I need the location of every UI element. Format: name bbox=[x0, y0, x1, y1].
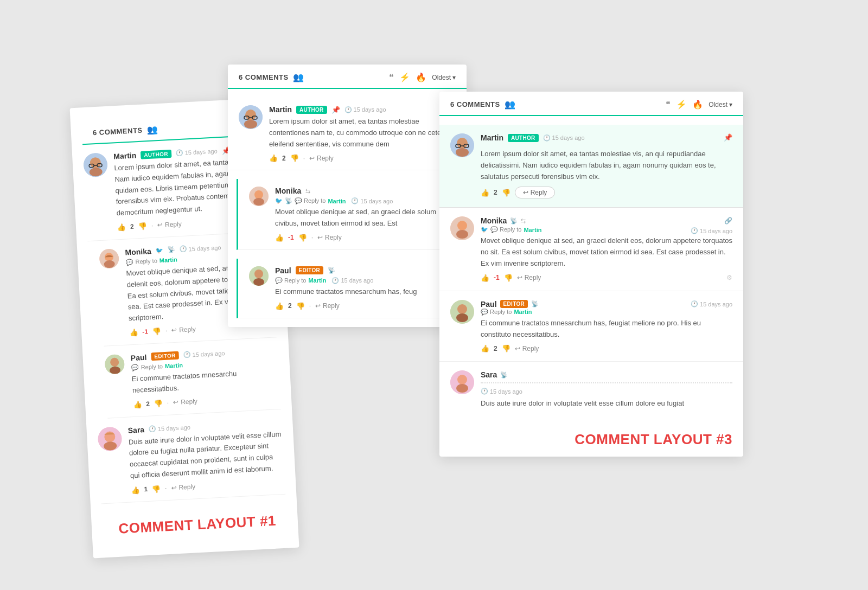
clock-icon-monika-1: 🕐 bbox=[179, 246, 187, 253]
users-icon-3: 👥 bbox=[505, 99, 515, 110]
comment-meta-monika-3: Monika 📡 ⇆ bbox=[481, 216, 526, 225]
header-left-2: 6 COMMENTS 👥 bbox=[239, 72, 304, 82]
downvote-paul-3[interactable]: 👎 bbox=[502, 344, 510, 352]
author-name-sara-1: Sara bbox=[127, 425, 144, 435]
upvote-monika-2[interactable]: 👍 bbox=[275, 234, 284, 242]
reply-btn-martin-1[interactable]: ↩ Reply bbox=[157, 221, 182, 229]
comment-text-paul-3: Ei commune tractatos mnesarchum has, feu… bbox=[481, 318, 732, 341]
reply-to-link-paul-3[interactable]: Martin bbox=[514, 309, 532, 315]
author-name-martin-3: Martin bbox=[481, 133, 503, 142]
reply-icon-monika-1: ↩ bbox=[171, 326, 177, 335]
comment-meta-sara-3: Sara 📡 bbox=[481, 370, 508, 379]
quote-icon-3[interactable]: ❝ bbox=[666, 99, 671, 110]
svg-point-23 bbox=[253, 198, 264, 206]
header-icons-3: ❝ ⚡ 🔥 Oldest ▾ bbox=[666, 99, 732, 110]
header-left-3: 6 COMMENTS 👥 bbox=[450, 99, 515, 110]
reply-btn-monika-1[interactable]: ↩ Reply bbox=[171, 325, 196, 334]
badge-author-2: Author bbox=[296, 106, 327, 114]
sort-dropdown-2[interactable]: Oldest ▾ bbox=[432, 74, 456, 81]
svg-point-32 bbox=[456, 148, 469, 157]
svg-point-35 bbox=[456, 230, 468, 239]
comments-count-1: 6 COMMENTS bbox=[93, 126, 143, 137]
reply-to-paul-3: 💬 Reply to Martin bbox=[481, 309, 732, 316]
reply-btn-paul-1[interactable]: ↩ Reply bbox=[173, 397, 197, 406]
comment-item-martin-2: Martin Author 📌 🕐 15 days ago Lorem ipsu… bbox=[228, 98, 467, 170]
comment-meta-paul-2: Paul Editor 📡 bbox=[275, 266, 456, 275]
reply-btn-martin-3[interactable]: ↩ Reply bbox=[515, 187, 556, 198]
svg-point-20 bbox=[244, 120, 257, 129]
reply-btn-paul-2[interactable]: ↩ Reply bbox=[315, 302, 340, 310]
downvote-martin-3[interactable]: 👎 bbox=[502, 189, 510, 197]
comment-text-paul-2: Ei commune tractatos mnesarchum has, feu… bbox=[275, 286, 456, 298]
comment-item-monika-3: Monika 📡 ⇆ 🔗 🐦 💬 Reply to Martin 🕐 15 da… bbox=[439, 208, 743, 291]
reply-btn-martin-2[interactable]: ↩ Reply bbox=[309, 155, 334, 162]
comment-text-sara-3: Duis aute irure dolor in voluptate velit… bbox=[481, 398, 732, 409]
vote-count-monika-2: -1 bbox=[288, 234, 294, 241]
badge-author-3: Author bbox=[508, 134, 539, 142]
comment-actions-monika-3: 👍 -1 👎 ↩ Reply ⚙ bbox=[481, 274, 732, 282]
comment-body-paul-2: Paul Editor 📡 💬 Reply to Martin 🕐 15 day… bbox=[275, 266, 456, 310]
reply-to-link-paul-2[interactable]: Martin bbox=[308, 277, 326, 284]
lightning-icon-2[interactable]: ⚡ bbox=[399, 72, 410, 82]
users-icon-1: 👥 bbox=[146, 124, 158, 135]
time-paul-1: 🕐 15 days ago bbox=[183, 350, 225, 359]
gear-icon-monika-3[interactable]: ⚙ bbox=[726, 274, 732, 281]
reply-to-link-monika-2[interactable]: Martin bbox=[328, 198, 346, 204]
reply-btn-monika-2[interactable]: ↩ Reply bbox=[317, 234, 342, 241]
separator-monika-1: · bbox=[165, 327, 168, 335]
svg-point-38 bbox=[456, 313, 468, 322]
comment-item-paul-3: Paul Editor 📡 🕐 15 days ago 💬 Reply to M… bbox=[439, 291, 743, 362]
comment-actions-paul-3: 👍 2 👎 ↩ Reply bbox=[481, 344, 732, 352]
comment-item-sara-1: Sara 🕐 15 days ago Duis aute irure dolor… bbox=[97, 418, 285, 504]
lightning-icon-3[interactable]: ⚡ bbox=[676, 99, 687, 110]
fire-icon-2[interactable]: 🔥 bbox=[416, 72, 426, 82]
author-name-martin-1: Martin bbox=[113, 151, 137, 161]
comment-body-paul-3: Paul Editor 📡 🕐 15 days ago 💬 Reply to M… bbox=[481, 300, 732, 353]
downvote-monika-1[interactable]: 👎 bbox=[152, 327, 162, 336]
layout-1-title: COMMENT LAYOUT #1 bbox=[102, 503, 288, 547]
pin-icon-2: 📌 bbox=[331, 106, 340, 114]
comment-body-monika-2: Monika ⇆ 🐦 📡 💬 Reply to Martin 🕐 15 days… bbox=[275, 187, 456, 242]
upvote-monika-1[interactable]: 👍 bbox=[129, 328, 138, 337]
comment-actions-monika-2: 👍 -1 👎 · ↩ Reply bbox=[275, 234, 456, 242]
comment-meta-monika-2: Monika ⇆ bbox=[275, 187, 456, 195]
downvote-martin-1[interactable]: 👎 bbox=[138, 222, 147, 230]
author-name-sara-3: Sara bbox=[481, 370, 497, 379]
scene: 6 COMMENTS 👥 Martin Author bbox=[81, 37, 787, 553]
fire-icon-3[interactable]: 🔥 bbox=[692, 99, 703, 110]
upvote-sara-1[interactable]: 👍 bbox=[131, 485, 140, 494]
downvote-monika-3[interactable]: 👎 bbox=[504, 274, 513, 282]
clock-icon-1: 🕐 bbox=[175, 149, 183, 157]
reply-to-link-monika-1[interactable]: Martin bbox=[159, 256, 178, 264]
upvote-paul-1[interactable]: 👍 bbox=[133, 400, 142, 409]
layout-3-card: 6 COMMENTS 👥 ❝ ⚡ 🔥 Oldest ▾ bbox=[439, 92, 743, 457]
downvote-monika-2[interactable]: 👎 bbox=[298, 234, 307, 242]
downvote-paul-1[interactable]: 👎 bbox=[154, 399, 163, 408]
upvote-martin-3[interactable]: 👍 bbox=[481, 189, 489, 197]
link-icon-3: 🔗 bbox=[724, 217, 732, 225]
comment-actions-paul-2: 👍 2 👎 · ↩ Reply bbox=[275, 302, 456, 310]
author-name-martin-2: Martin bbox=[269, 105, 292, 114]
upvote-martin-1[interactable]: 👍 bbox=[117, 223, 126, 232]
upvote-monika-3[interactable]: 👍 bbox=[481, 274, 489, 282]
avatar-sara-1 bbox=[97, 426, 122, 451]
avatar-sara-3 bbox=[450, 370, 474, 394]
comment-item-sara-3: Sara 📡 🕐 15 days ago Duis aute irure dol… bbox=[439, 362, 743, 422]
quote-icon-2[interactable]: ❝ bbox=[389, 72, 394, 82]
downvote-sara-1[interactable]: 👎 bbox=[152, 484, 161, 493]
sort-dropdown-3[interactable]: Oldest ▾ bbox=[709, 101, 732, 108]
reply-btn-paul-3[interactable]: ↩ Reply bbox=[515, 345, 539, 352]
badge-editor-paul-2: Editor bbox=[296, 266, 323, 274]
reply-btn-sara-1[interactable]: ↩ Reply bbox=[171, 483, 195, 492]
reply-btn-monika-3[interactable]: ↩ Reply bbox=[517, 274, 541, 281]
comment-actions-paul-1: 👍 2 👎 · ↩ Reply bbox=[133, 393, 280, 408]
reply-to-link-monika-3[interactable]: Martin bbox=[524, 227, 541, 233]
comment-body-martin-2: Martin Author 📌 🕐 15 days ago Lorem ipsu… bbox=[269, 105, 456, 162]
upvote-martin-2[interactable]: 👍 bbox=[269, 154, 278, 162]
downvote-paul-2[interactable]: 👎 bbox=[296, 302, 305, 310]
comment-item-paul-2: Paul Editor 📡 💬 Reply to Martin 🕐 15 day… bbox=[237, 259, 467, 318]
downvote-martin-2[interactable]: 👎 bbox=[290, 154, 299, 162]
reply-to-link-paul-1[interactable]: Martin bbox=[165, 362, 183, 370]
upvote-paul-2[interactable]: 👍 bbox=[275, 302, 284, 310]
upvote-paul-3[interactable]: 👍 bbox=[481, 344, 489, 352]
